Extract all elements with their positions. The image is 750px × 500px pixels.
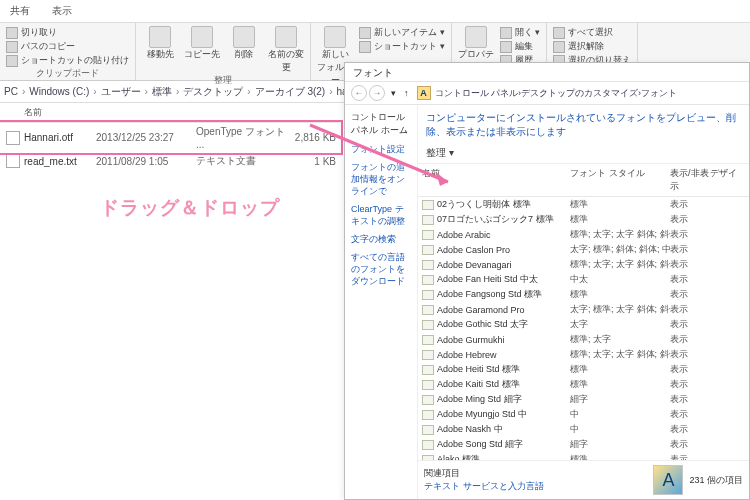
file-row[interactable]: read_me.txt2011/08/29 1:05テキスト文書1 KB bbox=[0, 152, 340, 170]
font-settings-link[interactable]: フォント設定 bbox=[351, 143, 411, 155]
breadcrumb-seg[interactable]: コントロール パネル bbox=[435, 88, 519, 98]
tab-view[interactable]: 表示 bbox=[48, 2, 76, 20]
fonts-address-bar[interactable]: ← → ▾↑ A コントロール パネル›デスクトップのカスタマイズ›フォント bbox=[345, 82, 749, 105]
edit-icon bbox=[500, 41, 512, 53]
font-row[interactable]: Adobe Gurmukhi標準; 太字表示 bbox=[418, 332, 749, 347]
fonts-sidebar: コントロール パネル ホーム フォント設定 フォントの追加情報をオンラインで C… bbox=[345, 105, 418, 499]
rename-button[interactable]: 名前の変更 bbox=[268, 26, 304, 74]
open-button[interactable]: 開く ▾ bbox=[500, 26, 541, 39]
font-row[interactable]: Adobe Fangsong Std 標準標準表示 bbox=[418, 287, 749, 302]
copy-to-icon bbox=[191, 26, 213, 48]
font-file-icon bbox=[422, 425, 434, 435]
find-char-link[interactable]: 文字の検索 bbox=[351, 233, 411, 245]
breadcrumb-seg[interactable]: デスクトップ bbox=[183, 85, 243, 99]
download-fonts-link[interactable]: すべての言語のフォントをダウンロード bbox=[351, 251, 411, 287]
chevron-right-icon: › bbox=[22, 86, 25, 97]
font-row[interactable]: Adobe Garamond Pro太字; 標準; 太字 斜体; 斜体表示 bbox=[418, 302, 749, 317]
related-label: 関連項目 bbox=[424, 467, 544, 480]
select-all-icon bbox=[553, 27, 565, 39]
font-file-icon bbox=[422, 365, 434, 375]
copy-path-button[interactable]: パスのコピー bbox=[6, 40, 129, 53]
font-row[interactable]: Adobe Gothic Std 太字太字表示 bbox=[418, 317, 749, 332]
font-file-icon bbox=[422, 320, 434, 330]
paste-shortcut-button[interactable]: ショートカットの貼り付け bbox=[6, 54, 129, 67]
font-online-info-link[interactable]: フォントの追加情報をオンラインで bbox=[351, 161, 411, 197]
breadcrumb-seg[interactable]: Windows (C:) bbox=[29, 86, 89, 97]
font-file-icon bbox=[422, 200, 434, 210]
select-none-icon bbox=[553, 41, 565, 53]
move-to-icon bbox=[149, 26, 171, 48]
breadcrumb-seg[interactable]: フォント bbox=[641, 88, 677, 98]
font-file-icon bbox=[422, 335, 434, 345]
delete-icon bbox=[233, 26, 255, 48]
new-folder-icon bbox=[324, 26, 346, 48]
font-row[interactable]: Alako 標準標準表示 bbox=[418, 452, 749, 460]
properties-icon bbox=[465, 26, 487, 48]
font-row[interactable]: Adobe Heiti Std 標準標準表示 bbox=[418, 362, 749, 377]
file-row[interactable]: Hannari.otf2013/12/25 23:27OpenType フォント… bbox=[0, 123, 340, 152]
cut-button[interactable]: 切り取り bbox=[6, 26, 129, 39]
easy-access-button[interactable]: ショートカット ▾ bbox=[359, 40, 445, 53]
font-row[interactable]: Adobe Caslon Pro太字; 標準; 斜体; 斜体; 中太; 中太 斜… bbox=[418, 242, 749, 257]
fonts-description: コンピューターにインストールされているフォントをプレビュー、削除、表示または非表… bbox=[418, 105, 749, 143]
font-row[interactable]: Adobe Arabic標準; 太字; 太字 斜体; 斜体表示 bbox=[418, 227, 749, 242]
fonts-window: フォント ← → ▾↑ A コントロール パネル›デスクトップのカスタマイズ›フ… bbox=[344, 62, 750, 500]
move-to-button[interactable]: 移動先 bbox=[142, 26, 178, 61]
font-row[interactable]: Adobe Fan Heiti Std 中太中太表示 bbox=[418, 272, 749, 287]
col-font-name[interactable]: 名前 bbox=[422, 167, 570, 193]
font-row[interactable]: Adobe Myungjo Std 中中表示 bbox=[418, 407, 749, 422]
font-row[interactable]: Adobe Devanagari標準; 太字; 太字 斜体; 斜体表示 bbox=[418, 257, 749, 272]
col-font-design[interactable]: デザイ bbox=[710, 167, 745, 193]
copy-to-button[interactable]: コピー先 bbox=[184, 26, 220, 61]
select-all-button[interactable]: すべて選択 bbox=[553, 26, 631, 39]
font-file-icon bbox=[422, 410, 434, 420]
font-row[interactable]: 07ロゴたいぷゴシック7 標準標準表示 bbox=[418, 212, 749, 227]
breadcrumb-seg[interactable]: アーカイブ 3(2) bbox=[255, 85, 326, 99]
breadcrumb-seg[interactable]: ユーザー bbox=[101, 85, 141, 99]
cleartype-link[interactable]: ClearType テキストの調整 bbox=[351, 203, 411, 227]
fonts-window-title: フォント bbox=[345, 63, 749, 82]
font-file-icon bbox=[422, 395, 434, 405]
file-list: 名前 Hannari.otf2013/12/25 23:27OpenType フ… bbox=[0, 103, 340, 170]
select-none-button[interactable]: 選択解除 bbox=[553, 40, 631, 53]
font-file-icon bbox=[422, 275, 434, 285]
chevron-right-icon: › bbox=[247, 86, 250, 97]
new-item-icon bbox=[359, 27, 371, 39]
tab-share[interactable]: 共有 bbox=[6, 2, 34, 20]
paste-shortcut-icon bbox=[6, 55, 18, 67]
new-item-button[interactable]: 新しいアイテム ▾ bbox=[359, 26, 445, 39]
font-file-icon bbox=[422, 305, 434, 315]
overlay-text: ドラッグ＆ドロップ bbox=[100, 195, 280, 221]
nav-forward-button[interactable]: → bbox=[369, 85, 385, 101]
control-panel-home-link[interactable]: コントロール パネル ホーム bbox=[351, 111, 411, 137]
breadcrumb-seg[interactable]: PC bbox=[4, 86, 18, 97]
nav-back-button[interactable]: ← bbox=[351, 85, 367, 101]
file-icon bbox=[6, 131, 20, 145]
col-font-visibility[interactable]: 表示/非表示 bbox=[670, 167, 710, 193]
font-file-icon bbox=[422, 245, 434, 255]
font-row[interactable]: Adobe Hebrew標準; 太字; 太字 斜体; 斜体表示 bbox=[418, 347, 749, 362]
easy-access-icon bbox=[359, 41, 371, 53]
font-list[interactable]: 02うつくし明朝体 標準標準表示07ロゴたいぷゴシック7 標準標準表示Adobe… bbox=[418, 197, 749, 460]
delete-button[interactable]: 削除 bbox=[226, 26, 262, 61]
font-icon: A bbox=[417, 86, 431, 100]
text-services-link[interactable]: テキスト サービスと入力言語 bbox=[424, 480, 544, 493]
edit-button[interactable]: 編集 bbox=[500, 40, 541, 53]
breadcrumb-seg[interactable]: 標準 bbox=[152, 85, 172, 99]
font-row[interactable]: Adobe Song Std 細字細字表示 bbox=[418, 437, 749, 452]
font-file-icon bbox=[422, 230, 434, 240]
col-font-style[interactable]: フォント スタイル bbox=[570, 167, 670, 193]
font-folder-icon: A bbox=[653, 465, 683, 495]
rename-icon bbox=[275, 26, 297, 48]
group-clipboard-label: クリップボード bbox=[6, 67, 129, 80]
chevron-right-icon: › bbox=[145, 86, 148, 97]
font-row[interactable]: Adobe Ming Std 細字細字表示 bbox=[418, 392, 749, 407]
col-name[interactable]: 名前 bbox=[24, 106, 96, 119]
font-row[interactable]: Adobe Naskh 中中表示 bbox=[418, 422, 749, 437]
font-row[interactable]: Adobe Kaiti Std 標準標準表示 bbox=[418, 377, 749, 392]
cut-icon bbox=[6, 27, 18, 39]
font-file-icon bbox=[422, 380, 434, 390]
breadcrumb-seg[interactable]: デスクトップのカスタマイズ bbox=[521, 88, 638, 98]
organize-button[interactable]: 整理 ▾ bbox=[418, 143, 749, 164]
font-row[interactable]: 02うつくし明朝体 標準標準表示 bbox=[418, 197, 749, 212]
